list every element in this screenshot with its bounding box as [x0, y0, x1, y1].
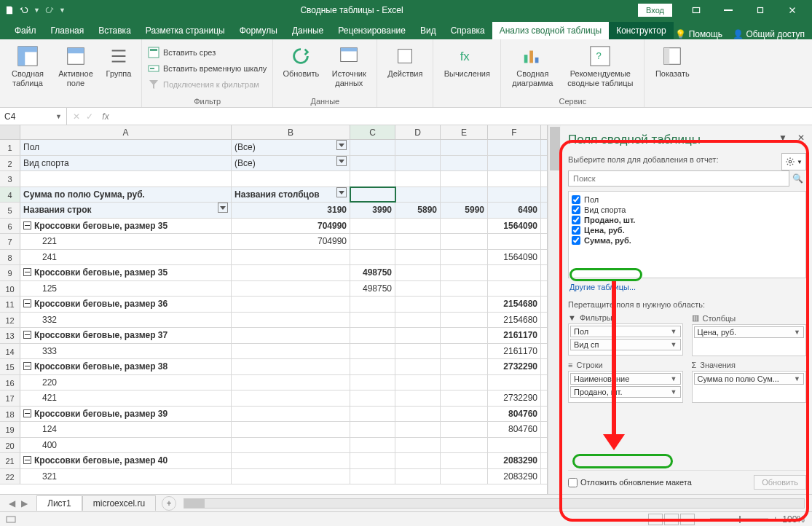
filter-dropdown-icon[interactable] [336, 140, 347, 150]
field-search-input[interactable] [568, 170, 789, 187]
collapse-icon[interactable] [23, 362, 31, 370]
field-checkbox[interactable] [572, 236, 580, 245]
tab-design[interactable]: Конструктор [609, 22, 673, 39]
view-switcher[interactable] [648, 514, 695, 525]
spreadsheet-grid[interactable]: A B C D E F 1Пол(Все) 2Вид спорта(Все) 3… [0, 125, 548, 494]
show-button[interactable]: Показать [650, 42, 694, 79]
tab-help[interactable]: Справка [444, 22, 492, 39]
col-header-C[interactable]: C [350, 125, 395, 139]
record-macro-icon[interactable] [6, 514, 16, 525]
quick-access-toolbar: ▼ ▼ [4, 5, 66, 15]
active-cell[interactable] [350, 187, 395, 203]
other-tables-link[interactable]: Другие таблицы... [568, 278, 806, 297]
data-source-button[interactable]: Источник данных [327, 42, 371, 87]
field-chip[interactable]: Наименование▼ [570, 373, 681, 385]
login-button[interactable]: Вход [638, 4, 672, 17]
pane-dropdown-icon[interactable]: ▼ [779, 133, 787, 143]
insert-timeline-button[interactable]: Вставить временную шкалу [148, 61, 267, 76]
field-chip[interactable]: Продано, шт.▼ [570, 386, 681, 398]
name-box[interactable]: C4▼ [0, 108, 67, 125]
update-button: Обновить [754, 475, 806, 490]
collapse-icon[interactable] [23, 268, 31, 276]
undo-dropdown-icon[interactable]: ▼ [33, 7, 40, 14]
collapse-icon[interactable] [23, 221, 31, 229]
tab-insert[interactable]: Вставка [91, 22, 138, 39]
field-checkbox[interactable] [572, 226, 580, 235]
recommended-pivot-button[interactable]: ?Рекомендуемые сводные таблицы [562, 42, 638, 87]
tab-data[interactable]: Данные [285, 22, 331, 39]
col-header-D[interactable]: D [395, 125, 441, 139]
gear-icon[interactable]: ▼ [781, 153, 806, 170]
undo-icon[interactable] [19, 5, 29, 15]
field-chip[interactable]: Цена, руб.▼ [694, 326, 805, 338]
new-sheet-button[interactable]: + [162, 496, 176, 511]
refresh-button[interactable]: Обновить [279, 42, 323, 79]
filter-dropdown-icon[interactable] [218, 203, 228, 213]
drop-values[interactable]: Сумма по полю Сум...▼ [692, 371, 807, 403]
svg-text:fx: fx [460, 50, 470, 63]
maximize-icon[interactable] [745, 0, 776, 20]
calculations-button[interactable]: fxВычисления [439, 42, 494, 79]
qat-customize-icon[interactable]: ▼ [59, 7, 66, 14]
formula-input[interactable] [118, 108, 812, 125]
save-icon[interactable] [4, 5, 15, 15]
col-header-B[interactable]: B [232, 125, 350, 139]
tab-home[interactable]: Главная [44, 22, 92, 39]
field-chip[interactable]: Вид сп▼ [570, 339, 681, 350]
tab-formulas[interactable]: Формулы [232, 22, 285, 39]
drop-columns[interactable]: Цена, руб.▼ [692, 324, 807, 356]
drop-filters[interactable]: Пол▼ Вид сп▼ [568, 323, 683, 356]
minimize-icon[interactable] [713, 0, 744, 20]
field-checkbox[interactable] [572, 216, 580, 224]
close-icon[interactable]: ✕ [797, 133, 805, 143]
collapse-icon[interactable] [23, 409, 31, 417]
field-checkbox[interactable] [572, 205, 580, 214]
tab-nav-prev-icon[interactable]: ◀ [9, 498, 15, 509]
tab-layout[interactable]: Разметка страницы [138, 22, 232, 39]
tab-view[interactable]: Вид [413, 22, 444, 39]
filter-dropdown-icon[interactable] [336, 187, 347, 197]
field-checkbox[interactable] [572, 195, 580, 204]
drop-rows[interactable]: Наименование▼ Продано, шт.▼ [568, 371, 683, 403]
tab-file[interactable]: Файл [7, 22, 44, 39]
select-all-corner[interactable] [0, 125, 20, 139]
sheet-tab[interactable]: microexcel.ru [82, 495, 156, 511]
field-chip[interactable]: Сумма по полю Сум...▼ [694, 373, 805, 385]
collapse-icon[interactable] [23, 331, 31, 339]
help-button[interactable]: 💡 Помощь [675, 29, 722, 39]
close-icon[interactable] [777, 0, 808, 20]
pane-title: Поля сводной таблицы [568, 133, 806, 147]
collapse-icon[interactable] [23, 456, 31, 464]
insert-slicer-button[interactable]: Вставить срез [148, 45, 267, 60]
field-list[interactable]: Пол Вид спорта Продано, шт. Цена, руб. С… [568, 191, 806, 278]
ribbon-display-options-icon[interactable] [681, 0, 712, 20]
vertical-scrollbar[interactable] [548, 125, 561, 494]
tab-nav-next-icon[interactable]: ▶ [21, 498, 28, 509]
field-chip[interactable]: Пол▼ [570, 326, 681, 337]
col-header-E[interactable]: E [441, 125, 488, 139]
svg-rect-13 [341, 48, 358, 52]
fx-icon[interactable]: fx [99, 111, 112, 122]
svg-rect-16 [524, 55, 528, 63]
active-field-button[interactable]: Активное поле [54, 42, 98, 87]
tab-pivottable-analyze[interactable]: Анализ сводной таблицы [492, 22, 609, 39]
redo-icon[interactable] [44, 5, 55, 15]
search-icon[interactable]: 🔍 [789, 173, 806, 184]
share-button[interactable]: 👤 Общий доступ [733, 29, 805, 39]
defer-layout-checkbox[interactable]: Отложить обновление макета [568, 478, 692, 487]
group-button[interactable]: Группа [102, 42, 135, 79]
actions-button[interactable]: Действия [383, 42, 427, 79]
tab-review[interactable]: Рецензирование [331, 22, 413, 39]
pivot-table-button[interactable]: Сводная таблица [6, 42, 50, 87]
collapse-icon[interactable] [23, 299, 31, 307]
pivot-chart-button[interactable]: Сводная диаграмма [507, 42, 558, 87]
horizontal-scrollbar[interactable] [184, 498, 805, 509]
zoom-slider[interactable]: −+100% [701, 514, 805, 525]
ribbon-group-data-label: Данные [279, 95, 371, 106]
sheet-tab-active[interactable]: Лист1 [36, 495, 82, 511]
filter-dropdown-icon[interactable] [336, 156, 347, 166]
svg-rect-17 [530, 51, 534, 63]
col-header-A[interactable]: A [20, 125, 232, 139]
col-header-F[interactable]: F [488, 125, 541, 139]
svg-rect-1 [724, 9, 733, 11]
